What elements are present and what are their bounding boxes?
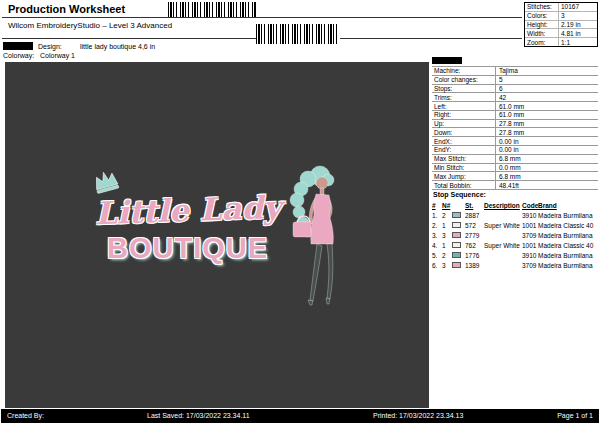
summary-label: Stitches: [525, 3, 559, 11]
thread-code: 3709 [522, 232, 538, 239]
summary-label: Height: [525, 21, 559, 29]
thread-color-swatch [452, 252, 461, 258]
machine-info-label: Left: [432, 102, 496, 110]
footer-printed: Printed: 17/03/2022 23.34.13 [373, 412, 463, 419]
stop-row: 4. 1 762 Super White 1001 Madeira Classi… [432, 240, 598, 250]
design-label: Design: [38, 43, 62, 50]
machine-info-label: Up: [432, 120, 496, 128]
design-canvas: Little Lady BOUTIQUE [5, 62, 429, 408]
crown-icon [88, 167, 123, 198]
machine-info-value: 0.0 mm [496, 164, 521, 172]
machine-info-row: EndY: 0.00 in [432, 146, 598, 155]
machine-info-row: Down: 27.8 mm [432, 128, 598, 137]
stitch-count: 2779 [465, 232, 484, 239]
summary-row: Width: 4.81 in [525, 29, 597, 38]
machine-info-table: Machine: Tajima Color changes: 5 Stops: … [432, 66, 598, 190]
summary-value: 2.19 in [559, 21, 581, 28]
stop-row: 3. 3 2779 3709 Madeira Burmilana [432, 230, 598, 240]
design-label-marker [3, 42, 33, 50]
stop-num: 6. [432, 262, 442, 269]
summary-label: Zoom: [525, 38, 559, 46]
machine-info-row: Total Bobbin: 48.41ft [432, 181, 598, 190]
machine-info-value: 48.41ft [496, 181, 519, 189]
stop-row: 6. 3 1389 3709 Madeira Burmilana [432, 260, 598, 270]
production-worksheet-page: Production Worksheet Wilcom EmbroiderySt… [0, 0, 600, 424]
design-summary-box: Stitches: 10167 Colors: 3 Height: 2.19 i… [524, 2, 598, 47]
machine-info-value: 61.0 mm [496, 111, 524, 119]
thread-color-swatch [452, 232, 461, 238]
machine-info-label: EndX: [432, 137, 496, 145]
thread-color-swatch [452, 212, 461, 218]
barcode-icon [256, 24, 340, 44]
machine-info-value: 61.0 mm [496, 102, 524, 110]
thread-color-swatch [452, 222, 461, 228]
page-subtitle: Wilcom EmbroideryStudio – Level 3 Advanc… [8, 21, 172, 30]
stop-num: 2. [432, 222, 442, 229]
machine-info-row: Min Stitch: 0.0 mm [432, 164, 598, 173]
stitch-count: 1389 [465, 262, 484, 269]
machine-info-row: Color changes: 5 [432, 76, 598, 85]
footer-last-saved: Last Saved: 17/03/2022 23.34.11 [147, 412, 250, 419]
thread-brand: Madeira Burmilana [538, 262, 598, 269]
summary-label: Width: [525, 29, 559, 37]
machine-info-marker [432, 57, 462, 64]
thread-description: Super White [484, 222, 522, 229]
col-header-num: # [432, 202, 442, 209]
machine-info-row: Left: 61.0 mm [432, 102, 598, 111]
design-name: little lady boutique 4,6 in [80, 43, 155, 50]
thread-brand: Madeira Burmilana [538, 212, 598, 219]
machine-info-row: Max Jump: 6.8 mm [432, 172, 598, 181]
stop-row: 5. 2 1776 3910 Madeira Burmilana [432, 250, 598, 260]
needle-num: 3 [442, 232, 452, 239]
machine-info-value: 0.00 in [496, 146, 519, 154]
machine-info-value: 27.8 mm [496, 120, 524, 128]
thread-brand: Madeira Classic 40 [538, 222, 598, 229]
machine-info-label: Max Jump: [432, 172, 496, 180]
stop-sequence-title: Stop Sequence: [433, 191, 486, 198]
machine-info-label: Color changes: [432, 76, 496, 84]
stop-row: 2. 1 572 Super White 1001 Madeira Classi… [432, 220, 598, 230]
summary-value: 3 [559, 12, 565, 19]
machine-info-label: Min Stitch: [432, 164, 496, 172]
machine-info-row: Trims: 42 [432, 93, 598, 102]
summary-value: 10167 [559, 3, 579, 10]
thread-color-swatch [452, 242, 461, 248]
design-text-little-lady: Little Lady [94, 189, 281, 231]
machine-info-row: Stops: 6 [432, 85, 598, 94]
summary-value: 1:1 [559, 39, 570, 46]
thread-brand: Madeira Burmilana [538, 252, 598, 259]
thread-brand: Madeira Classic 40 [538, 242, 598, 249]
machine-info-value: 5 [496, 76, 503, 84]
machine-info-label: Trims: [432, 93, 496, 101]
machine-info-value: 27.8 mm [496, 128, 524, 136]
needle-num: 1 [442, 222, 452, 229]
thread-color-swatch [452, 262, 461, 268]
colorway-label: Colorway: [3, 52, 34, 59]
stop-table-header: # N# St. Description Code Brand [432, 201, 598, 210]
design-text-boutique: BOUTIQUE [107, 232, 268, 265]
footer-page-number: Page 1 of 1 [557, 412, 593, 419]
machine-info-value: 0.00 in [496, 137, 519, 145]
stitch-count: 1776 [465, 252, 484, 259]
machine-info-label: Stops: [432, 85, 496, 93]
stop-sequence-table: # N# St. Description Code Brand 1. 2 288… [432, 201, 598, 270]
machine-info-label: EndY: [432, 146, 496, 154]
machine-info-value: 6.8 mm [496, 155, 521, 163]
colorway-name: Colorway 1 [40, 52, 75, 59]
machine-info-value: 42 [496, 93, 506, 101]
lady-figure [277, 164, 347, 312]
col-header-brand: Brand [538, 202, 598, 209]
stop-num: 4. [432, 242, 442, 249]
col-header-code: Code [522, 202, 538, 209]
summary-row: Colors: 3 [525, 12, 597, 21]
stitch-count: 572 [465, 222, 484, 229]
machine-info-row: Machine: Tajima [432, 67, 598, 76]
thread-description: Super White [484, 242, 522, 249]
thread-code: 3910 [522, 252, 538, 259]
embroidery-design-preview: Little Lady BOUTIQUE [85, 162, 355, 322]
header-divider-top [2, 17, 522, 18]
thread-code: 3910 [522, 212, 538, 219]
footer-created-by: Created By: [7, 412, 44, 419]
stop-num: 1. [432, 212, 442, 219]
stop-row: 1. 2 2887 3910 Madeira Burmilana [432, 210, 598, 220]
